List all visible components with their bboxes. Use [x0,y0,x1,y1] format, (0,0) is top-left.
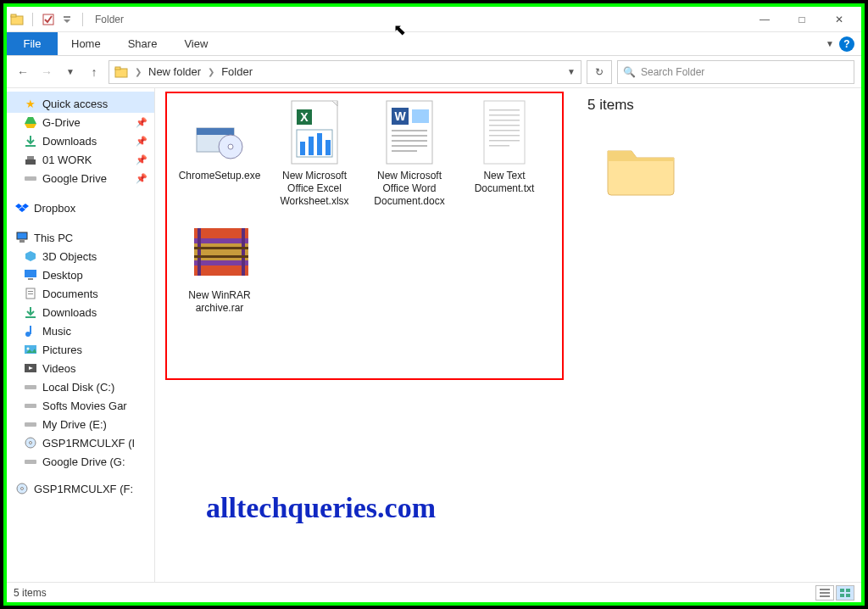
forward-button[interactable]: → [37,63,56,81]
text-icon [472,98,537,166]
help-icon[interactable]: ? [839,36,854,52]
svg-rect-1 [11,14,16,17]
icons-view-button[interactable] [836,585,854,601]
details-view-button[interactable] [815,585,834,601]
svg-marker-7 [25,124,36,128]
crumb-newfolder[interactable]: New folder [148,65,201,78]
svg-text:X: X [300,110,309,124]
svg-rect-27 [25,385,36,389]
svg-rect-59 [489,120,520,121]
svg-rect-19 [28,293,33,294]
content-pane[interactable]: 5 items ChromeSetup.exe X [155,88,861,582]
nav-01work[interactable]: 01 WORK📌 [7,150,154,169]
svg-rect-54 [392,145,427,147]
svg-point-34 [21,488,24,490]
file-chromesetup[interactable]: ChromeSetup.exe [172,93,267,213]
ribbon-tab-home[interactable]: Home [58,32,114,55]
search-input[interactable]: 🔍 Search Folder [617,60,854,84]
work-icon [24,153,37,166]
svg-rect-12 [17,232,27,239]
file-word[interactable]: W New Microsoft Office Word Document.doc… [362,93,457,213]
svg-point-24 [27,348,30,350]
ribbon-tab-view[interactable]: View [170,32,221,55]
nav-pictures[interactable]: Pictures [7,340,154,359]
svg-rect-28 [25,404,36,408]
music-icon [24,324,37,338]
ribbon-tab-share[interactable]: Share [114,32,171,55]
svg-text:W: W [394,109,406,123]
svg-rect-61 [489,130,520,131]
nav-softs-movies[interactable]: Softs Movies Gar [7,396,154,415]
svg-rect-64 [489,145,509,147]
ribbon-file-tab[interactable]: File [7,32,58,55]
pin-icon: 📌 [136,173,147,184]
svg-rect-16 [28,278,33,280]
svg-rect-18 [28,291,33,292]
up-button[interactable]: ↑ [85,63,103,81]
svg-rect-57 [489,109,520,111]
item-count-label: 5 items [587,97,634,114]
nav-music[interactable]: Music [7,321,154,340]
nav-gsp1-f[interactable]: GSP1RMCULXF (F: [7,479,154,498]
recent-locations-button[interactable]: ▼ [61,63,80,81]
nav-my-drive-e[interactable]: My Drive (E:) [7,415,154,433]
svg-marker-6 [25,117,36,124]
maximize-button[interactable]: □ [783,7,821,32]
nav-quick-access[interactable]: ★ Quick access [7,92,154,113]
excel-icon: X [282,98,347,166]
svg-rect-70 [242,228,245,276]
dropbox-icon [15,201,29,215]
nav-local-disk-c[interactable]: Local Disk (C:) [7,377,154,396]
pin-icon: 📌 [136,136,147,147]
nav-gsp1-i[interactable]: GSP1RMCULXF (I [7,433,154,452]
svg-rect-76 [840,589,844,592]
close-button[interactable]: ✕ [821,7,858,32]
file-rar[interactable]: New WinRAR archive.rar [172,213,267,320]
svg-rect-50 [412,109,429,123]
crumb-folder[interactable]: Folder [221,65,253,78]
ribbon-tabs: File Home Share View ▼ ? [7,32,861,56]
nav-documents[interactable]: Documents [7,284,154,303]
qat-down-icon[interactable] [60,13,74,26]
properties-qat-icon[interactable] [42,13,55,26]
documents-icon [24,287,37,300]
file-label: New WinRAR archive.rar [174,289,265,315]
back-button[interactable]: ← [14,63,32,81]
svg-rect-52 [392,135,427,137]
nav-this-pc[interactable]: This PC [7,226,154,247]
nav-downloads-qa[interactable]: Downloads📌 [7,131,154,150]
title-bar: Folder — □ ✕ [7,7,861,32]
nav-3dobjects[interactable]: 3D Objects [7,247,154,265]
svg-rect-60 [489,125,520,126]
svg-point-31 [30,442,32,444]
breadcrumb[interactable]: ❯ New folder ❯ Folder ▼ [108,60,581,84]
downloads-icon [24,305,37,319]
nav-downloads[interactable]: Downloads [7,303,154,321]
refresh-button[interactable]: ↻ [587,60,612,84]
status-item-count: 5 items [14,587,47,599]
nav-dropbox[interactable]: Dropbox [7,196,154,217]
minimize-button[interactable]: — [746,7,783,32]
svg-rect-51 [392,130,427,131]
file-text[interactable]: New Text Document.txt [457,93,552,213]
svg-rect-8 [25,145,36,147]
svg-rect-15 [25,270,36,277]
svg-rect-36 [197,128,234,135]
ribbon-expand-icon[interactable]: ▼ [826,39,834,48]
nav-videos[interactable]: Videos [7,359,154,377]
drive-disk-icon [24,171,37,185]
svg-rect-22 [30,326,31,334]
nav-gdrive[interactable]: G-Drive📌 [7,113,154,131]
nav-desktop[interactable]: Desktop [7,265,154,284]
file-excel[interactable]: X New Microsoft Office Excel Worksheet.x… [267,93,362,213]
svg-rect-46 [326,140,331,155]
breadcrumb-dropdown-icon[interactable]: ▼ [567,67,576,76]
svg-rect-53 [392,140,427,142]
navigation-pane[interactable]: ★ Quick access G-Drive📌 Downloads📌 01 WO… [7,88,155,582]
downloads-icon [24,134,37,148]
svg-rect-63 [489,140,520,142]
svg-rect-11 [25,176,36,181]
svg-rect-79 [846,594,850,597]
nav-google-drive-g[interactable]: Google Drive (G: [7,452,154,471]
nav-google-drive-qa[interactable]: Google Drive📌 [7,169,154,187]
